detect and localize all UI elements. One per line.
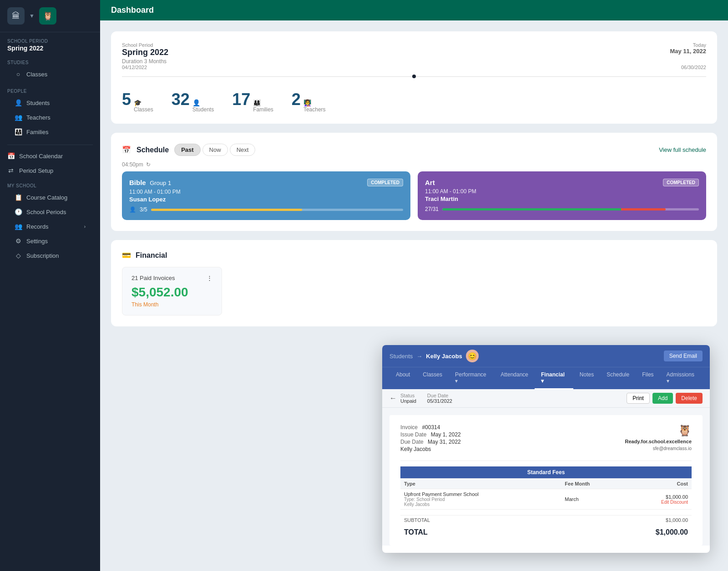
tab-past[interactable]: Past bbox=[174, 144, 200, 156]
sidebar-item-label: School Calendar bbox=[19, 153, 63, 160]
stat-families: 17 👨‍👩‍👧 Families bbox=[232, 90, 273, 113]
print-button[interactable]: Print bbox=[627, 393, 650, 404]
due-date-group: Due Date 05/31/2022 bbox=[427, 393, 452, 404]
card-progress-bible: 👤 3/5 bbox=[129, 206, 403, 213]
view-full-schedule-link[interactable]: View full schedule bbox=[659, 146, 706, 153]
families-stat-icon: 👨‍👩‍👧 bbox=[253, 99, 273, 106]
schedule-title: Schedule bbox=[136, 146, 169, 154]
edit-discount-link[interactable]: Edit Discount bbox=[628, 500, 688, 505]
invoice-number-value: #00314 bbox=[422, 424, 440, 431]
add-button[interactable]: Add bbox=[652, 393, 673, 404]
nav-item-files[interactable]: Files bbox=[636, 367, 660, 389]
line-item-type: Upfront Payment Summer School Type: Scho… bbox=[400, 489, 561, 510]
invoices-label: 21 Paid Invoices bbox=[131, 275, 175, 281]
people-section: People 👤 Students 👥 Teachers 👨‍👩‍👧 Famil… bbox=[0, 83, 100, 141]
timeline: 04/12/2022 06/30/2022 bbox=[122, 72, 706, 81]
sidebar-item-classes[interactable]: ○ Classes bbox=[7, 67, 93, 81]
line-item-student: Kelly Jacobs bbox=[404, 502, 557, 507]
school-periods-icon: 🕐 bbox=[15, 208, 22, 215]
families-icon: 👨‍👩‍👧 bbox=[15, 128, 22, 135]
progress-count-art: 27/31 bbox=[425, 206, 439, 212]
invoice-table-header-row: Type Fee Month Cost bbox=[400, 479, 692, 489]
school-period-value: Spring 2022 bbox=[7, 45, 93, 52]
studies-section: Studies ○ Classes bbox=[0, 55, 100, 83]
invoices-label-row: 21 Paid Invoices ⋮ bbox=[131, 275, 212, 281]
invoice-number-row: Invoice #00314 bbox=[400, 424, 461, 431]
today-date: May 11, 2022 bbox=[670, 48, 706, 55]
invoice-section-header: Standard Fees bbox=[400, 466, 692, 479]
schedule-icon: 📅 bbox=[122, 145, 131, 154]
nav-item-about[interactable]: About bbox=[389, 367, 416, 389]
students-link[interactable]: Students bbox=[389, 353, 413, 360]
subtotal-label: SUBTOTAL bbox=[404, 517, 430, 523]
org-switcher-icon[interactable]: 🏛 bbox=[7, 7, 25, 25]
schedule-time-label: 04:50pm ↻ bbox=[122, 161, 706, 168]
financial-header: 💳 Financial bbox=[122, 251, 706, 260]
sidebar-item-settings[interactable]: ⚙ Settings bbox=[7, 234, 93, 248]
schedule-card: 📅 Schedule Past Now Next View full sched… bbox=[111, 133, 717, 231]
invoice-divider bbox=[400, 461, 692, 461]
overlay-nav: About Classes Performance ▾ Attendance F… bbox=[382, 367, 710, 389]
subtotal-value: $1,000.00 bbox=[666, 517, 688, 523]
line-item-type-sub: Type: School Period bbox=[404, 497, 557, 502]
nav-item-admissions[interactable]: Admissions ▾ bbox=[660, 367, 703, 389]
people-label: People bbox=[7, 89, 93, 94]
teachers-stat-icon: 👩‍🏫 bbox=[303, 99, 326, 106]
invoice-logo-icon: 🦉 bbox=[678, 424, 692, 437]
invoices-menu-icon[interactable]: ⋮ bbox=[207, 275, 212, 281]
sidebar-item-students[interactable]: 👤 Students bbox=[7, 95, 93, 110]
sidebar-item-families[interactable]: 👨‍👩‍👧 Families bbox=[7, 125, 93, 139]
back-icon[interactable]: ← bbox=[389, 394, 397, 402]
action-buttons: Print Add Delete bbox=[627, 393, 703, 404]
invoice-student-row: Kelly Jacobs bbox=[400, 446, 461, 452]
card-group-bible: Group 1 bbox=[150, 180, 171, 186]
schedule-tabs: Past Now Next bbox=[174, 144, 255, 156]
sidebar-item-records[interactable]: 👥 Records › bbox=[7, 219, 93, 234]
stat-students-number: 32 bbox=[172, 90, 190, 109]
card-top-art: Art COMPLETED bbox=[425, 179, 699, 186]
nav-item-attendance[interactable]: Attendance bbox=[494, 367, 535, 389]
course-catalog-icon: 📋 bbox=[15, 194, 22, 201]
sidebar-item-label: Subscription bbox=[26, 252, 59, 259]
sidebar-item-subscription[interactable]: ◇ Subscription bbox=[7, 248, 93, 263]
org-chevron-icon[interactable]: ▼ bbox=[29, 13, 35, 19]
calendar-icon: 📅 bbox=[7, 152, 15, 160]
sidebar-item-school-calendar[interactable]: 📅 School Calendar bbox=[0, 149, 100, 163]
period-setup-icon: ⇄ bbox=[7, 167, 15, 174]
invoice-student-name: Kelly Jacobs bbox=[400, 446, 431, 452]
sidebar-item-label: School Periods bbox=[26, 209, 66, 215]
status-group: Status Unpaid bbox=[400, 393, 416, 404]
line-item-cost: $1,000.00 Edit Discount bbox=[625, 489, 692, 510]
timeline-end-date: 06/30/2022 bbox=[681, 65, 706, 70]
send-email-button[interactable]: Send Email bbox=[664, 351, 703, 361]
invoice-meta: Invoice #00314 Issue Date May 1, 2022 Du… bbox=[400, 424, 461, 453]
sidebar-item-course-catalog[interactable]: 📋 Course Catalog bbox=[7, 190, 93, 205]
teachers-icon: 👥 bbox=[15, 114, 22, 121]
nav-item-schedule[interactable]: Schedule bbox=[600, 367, 636, 389]
teachers-stat-label: Teachers bbox=[303, 106, 326, 113]
nav-item-performance[interactable]: Performance ▾ bbox=[449, 367, 494, 389]
nav-item-financial[interactable]: Financial ▾ bbox=[535, 367, 573, 389]
period-info: School Period Spring 2022 Duration 3 Mon… bbox=[122, 42, 168, 65]
card-teacher-bible: Susan Lopez bbox=[129, 196, 403, 203]
nav-item-classes[interactable]: Classes bbox=[416, 367, 449, 389]
sidebar-item-period-setup[interactable]: ⇄ Period Setup bbox=[0, 163, 100, 178]
sidebar-item-teachers[interactable]: 👥 Teachers bbox=[7, 110, 93, 125]
records-icon: 👥 bbox=[15, 223, 22, 230]
refresh-icon[interactable]: ↻ bbox=[146, 161, 151, 168]
invoice-number-label: Invoice bbox=[400, 424, 418, 431]
stat-families-number: 17 bbox=[232, 90, 250, 109]
nav-item-notes[interactable]: Notes bbox=[573, 367, 600, 389]
delete-button[interactable]: Delete bbox=[676, 393, 703, 404]
tab-next[interactable]: Next bbox=[230, 144, 256, 156]
card-time-bible: 11:00 AM - 01:00 PM bbox=[129, 189, 403, 195]
invoice-header-row: Invoice #00314 Issue Date May 1, 2022 Du… bbox=[400, 424, 692, 453]
sidebar-item-label: Period Setup bbox=[19, 167, 53, 174]
sidebar-item-school-periods[interactable]: 🕐 School Periods bbox=[7, 205, 93, 219]
schedule-cards: Bible Group 1 COMPLETED 11:00 AM - 01:00… bbox=[122, 171, 706, 220]
tab-now[interactable]: Now bbox=[202, 144, 228, 156]
student-name-breadcrumb: Kelly Jacobs bbox=[426, 353, 462, 360]
overlay-body: ← Status Unpaid Due Date 05/31/2022 bbox=[382, 389, 710, 546]
today-label: Today bbox=[670, 42, 706, 48]
sidebar-header: 🏛 ▼ 🦉 bbox=[0, 0, 100, 32]
